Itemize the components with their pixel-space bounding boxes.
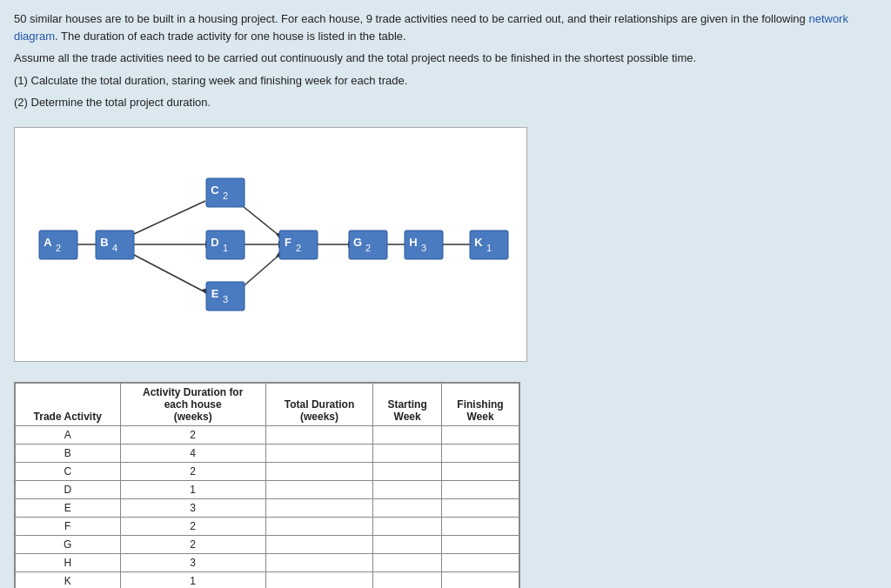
cell-total xyxy=(265,462,372,480)
intro-line4: (2) Determine the total project duration… xyxy=(14,94,877,111)
activity-table: Trade Activity Activity Duration foreach… xyxy=(15,383,519,589)
table-row: E 3 xyxy=(16,498,519,517)
col-header-duration: Activity Duration foreach house(weeks) xyxy=(120,383,265,425)
table-row: A 2 xyxy=(16,425,519,444)
table-row: G 2 xyxy=(16,535,519,553)
cell-total xyxy=(265,480,372,498)
svg-text:K: K xyxy=(474,235,483,248)
svg-text:2: 2 xyxy=(223,190,228,201)
cell-duration: 4 xyxy=(120,444,265,462)
svg-line-6 xyxy=(134,255,205,292)
cell-total xyxy=(265,553,372,571)
svg-text:E: E xyxy=(211,286,219,299)
svg-text:D: D xyxy=(211,235,218,248)
intro-line2: Assume all the trade activities need to … xyxy=(14,50,877,67)
diagram-svg: A 2 B 4 C 2 D 1 E 3 F 2 G 2 xyxy=(23,140,518,349)
cell-finish xyxy=(442,535,519,553)
svg-text:G: G xyxy=(353,235,362,248)
cell-duration: 2 xyxy=(120,425,265,444)
cell-total xyxy=(265,571,372,588)
svg-text:1: 1 xyxy=(486,243,492,253)
activity-table-container: Trade Activity Activity Duration foreach… xyxy=(14,382,520,589)
table-row: C 2 xyxy=(16,462,519,480)
cell-start xyxy=(373,535,442,553)
network-diagram: A 2 B 4 C 2 D 1 E 3 F 2 G 2 xyxy=(14,127,527,362)
cell-total xyxy=(265,425,372,444)
table-row: H 3 xyxy=(16,553,519,571)
cell-start xyxy=(373,444,442,462)
cell-finish xyxy=(442,571,519,588)
intro-line3: (1) Calculate the total duration, starin… xyxy=(14,72,877,90)
svg-text:2: 2 xyxy=(365,243,371,253)
intro-line1: 50 similar houses are to be built in a h… xyxy=(14,10,877,44)
svg-text:H: H xyxy=(409,235,417,248)
svg-line-2 xyxy=(134,201,205,234)
table-row: K 1 xyxy=(16,571,519,588)
svg-text:A: A xyxy=(44,235,52,248)
svg-text:B: B xyxy=(100,235,108,248)
cell-finish xyxy=(442,517,519,535)
table-row: B 4 xyxy=(16,444,519,462)
cell-duration: 1 xyxy=(120,571,265,588)
cell-start xyxy=(373,498,442,517)
svg-text:3: 3 xyxy=(421,243,426,253)
cell-total xyxy=(265,517,372,535)
cell-finish xyxy=(442,425,519,444)
col-header-finish: FinishingWeek xyxy=(442,383,519,425)
cell-duration: 3 xyxy=(120,498,265,517)
cell-activity: B xyxy=(16,444,121,462)
cell-activity: K xyxy=(16,571,121,588)
main-content: 50 similar houses are to be built in a h… xyxy=(0,0,891,588)
cell-duration: 1 xyxy=(120,480,265,498)
intro-text: 50 similar houses are to be built in a h… xyxy=(14,10,877,111)
svg-text:1: 1 xyxy=(223,243,228,253)
svg-text:F: F xyxy=(285,235,291,248)
cell-duration: 3 xyxy=(120,553,265,571)
cell-finish xyxy=(442,462,519,480)
svg-line-8 xyxy=(238,203,279,236)
cell-total xyxy=(265,535,372,553)
cell-finish xyxy=(442,553,519,571)
svg-text:4: 4 xyxy=(112,243,117,253)
cell-start xyxy=(373,425,442,444)
col-header-total: Total Duration(weeks) xyxy=(265,383,372,425)
cell-start xyxy=(373,480,442,498)
cell-total xyxy=(265,498,372,517)
svg-text:3: 3 xyxy=(223,294,228,304)
cell-start xyxy=(373,571,442,588)
table-row: D 1 xyxy=(16,480,519,498)
cell-activity: H xyxy=(16,553,121,571)
cell-activity: D xyxy=(16,480,121,498)
cell-activity: E xyxy=(16,498,121,517)
col-header-start: StartingWeek xyxy=(373,383,442,425)
col-header-trade: Trade Activity xyxy=(16,383,121,425)
svg-text:2: 2 xyxy=(56,243,61,253)
table-row: F 2 xyxy=(16,517,519,535)
svg-text:2: 2 xyxy=(296,243,301,253)
cell-activity: C xyxy=(16,462,121,480)
cell-finish xyxy=(442,480,519,498)
cell-duration: 2 xyxy=(120,462,265,480)
cell-activity: F xyxy=(16,517,121,535)
cell-total xyxy=(265,444,372,462)
svg-text:C: C xyxy=(211,183,219,196)
cell-activity: A xyxy=(16,425,121,444)
cell-start xyxy=(373,553,442,571)
cell-duration: 2 xyxy=(120,517,265,535)
cell-start xyxy=(373,517,442,535)
cell-finish xyxy=(442,444,519,462)
cell-activity: G xyxy=(16,535,121,553)
cell-finish xyxy=(442,498,519,517)
cell-duration: 2 xyxy=(120,535,265,553)
cell-start xyxy=(373,462,442,480)
